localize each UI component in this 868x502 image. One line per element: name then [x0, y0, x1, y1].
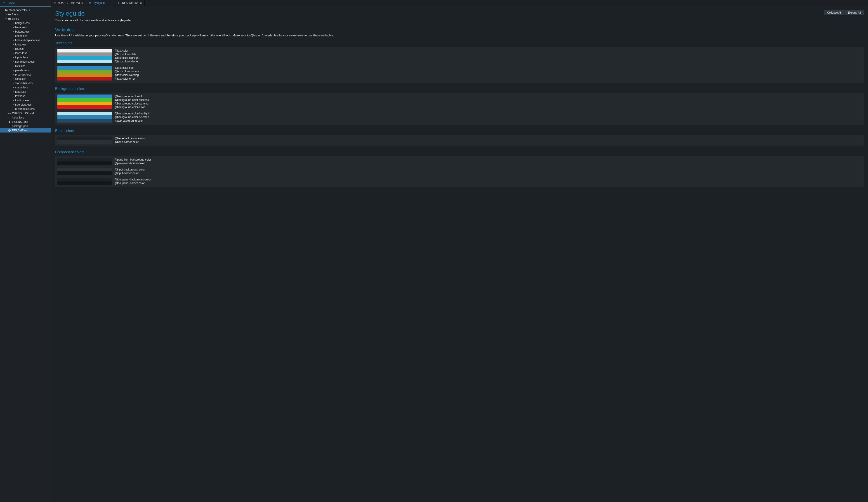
tree-file[interactable]: base.less	[0, 25, 51, 29]
tree-file[interactable]: key-binding.less	[0, 60, 51, 64]
tree-file[interactable]: fonts.less	[0, 42, 51, 47]
swatch-label: @text-color-subtle	[114, 53, 136, 56]
close-icon[interactable]: ×	[111, 1, 113, 5]
chevron-icon	[8, 56, 10, 58]
sidebar-header[interactable]: Project	[0, 0, 51, 7]
collapse-all-button[interactable]: Collapse All	[824, 10, 845, 16]
swatch-block: @base-background-color@base-border-color	[58, 136, 862, 144]
color-swatch	[58, 49, 112, 52]
tab[interactable]: Styleguide×	[86, 0, 115, 6]
info-icon	[118, 2, 121, 4]
tree-item-label: LICENSE.md	[12, 120, 28, 123]
swatch-label: @tool-panel-border-color	[114, 182, 145, 185]
chevron-icon	[8, 99, 10, 101]
file-code-icon	[11, 52, 14, 54]
file-code-icon	[11, 26, 14, 29]
tree-file[interactable]: tooltips.less	[0, 98, 51, 102]
chevron-icon	[8, 35, 10, 37]
tree-file[interactable]: tabs.less	[0, 90, 51, 94]
color-swatch	[58, 52, 112, 56]
tree-file[interactable]: inputs.less	[0, 55, 51, 60]
tree-file[interactable]: CHANGELOG.md	[0, 111, 51, 115]
close-icon[interactable]: ×	[81, 1, 83, 5]
chevron-icon	[5, 116, 7, 119]
color-swatch	[58, 119, 112, 123]
color-panel: @pane-item-background-color@pane-item-bo…	[55, 156, 864, 187]
swatch-row: @base-background-color	[58, 136, 862, 140]
tree-file[interactable]: ui-variables.less	[0, 107, 51, 111]
tree-item-label: index.less	[12, 116, 24, 119]
person-icon	[8, 120, 11, 123]
swatch-label: @background-color-info	[114, 95, 143, 98]
swatch-row: @text-color-info	[58, 66, 862, 70]
tree-file[interactable]: tree-view.less	[0, 102, 51, 107]
color-swatch	[58, 94, 112, 98]
tree-file[interactable]: README.md	[0, 128, 51, 133]
swatch-label: @text-color-highlight	[114, 56, 139, 60]
color-swatch	[58, 56, 112, 60]
swatch-label: @background-color-selected	[114, 115, 149, 119]
chevron-icon	[8, 91, 10, 93]
tree-file[interactable]: icons.less	[0, 51, 51, 55]
tab-bar: CHANGELOG.md×Styleguide×README.md×	[51, 0, 868, 6]
tree-item-label: panels.less	[15, 69, 29, 72]
tree-file[interactable]: buttons.less	[0, 29, 51, 34]
color-swatch	[58, 140, 112, 144]
chevron-icon	[8, 65, 10, 67]
tree-item-label: tooltips.less	[15, 99, 29, 102]
main-area: CHANGELOG.md×Styleguide×README.md× Style…	[51, 0, 868, 502]
tree-item-label: base.less	[15, 26, 27, 29]
chevron-icon	[5, 121, 7, 123]
chevron-icon	[8, 104, 10, 105]
file-code-icon	[11, 86, 14, 89]
tree-file[interactable]: find-and-replace.less	[0, 38, 51, 42]
tree-folder[interactable]: atom-patternfly-ui	[0, 8, 51, 12]
tree-file[interactable]: badges.less	[0, 21, 51, 25]
tree-file[interactable]: panels.less	[0, 68, 51, 72]
tree-file[interactable]: lists.less	[0, 64, 51, 68]
swatch-label: @background-color-error	[114, 105, 145, 109]
tab[interactable]: README.md×	[115, 0, 145, 6]
swatch-row: @input-border-color	[58, 171, 862, 175]
expand-all-button[interactable]: Expand All	[845, 10, 864, 16]
folder-icon	[5, 9, 8, 11]
swatch-block: @background-color-highlight@background-c…	[58, 112, 862, 123]
page-header: Styleguide Collapse All Expand All	[55, 10, 864, 19]
tree-file[interactable]: status.less	[0, 85, 51, 90]
editor-content[interactable]: Styleguide Collapse All Expand All This …	[51, 6, 868, 502]
group-title: Base colors	[55, 129, 864, 133]
collapse-expand-buttons: Collapse All Expand All	[824, 10, 864, 16]
swatch-label: @input-border-color	[114, 172, 138, 175]
tree-file[interactable]: index.less	[0, 115, 51, 120]
tab[interactable]: CHANGELOG.md×	[51, 0, 86, 6]
swatch-label: @base-background-color	[114, 137, 145, 140]
tree-file[interactable]: LICENSE.md	[0, 120, 51, 124]
chevron-icon	[8, 48, 10, 50]
svg-point-1	[9, 121, 10, 122]
file-code-icon	[11, 47, 14, 50]
swatch-row: @background-color-warning	[58, 102, 862, 105]
tree-file[interactable]: sites.less	[0, 76, 51, 81]
page-subtitle: This exercises all UI components and act…	[55, 19, 864, 22]
chevron-icon	[8, 108, 10, 110]
swatch-row: @background-color-selected	[58, 115, 862, 119]
file-code-icon	[11, 107, 14, 110]
tree-file[interactable]: package.json	[0, 124, 51, 128]
tree-folder[interactable]: styles	[0, 17, 51, 21]
color-swatch	[58, 181, 112, 185]
tree-file[interactable]: editor.less	[0, 34, 51, 38]
tab-label: CHANGELOG.md	[58, 2, 80, 5]
tree-folder[interactable]: fonts	[0, 12, 51, 17]
info-icon	[8, 129, 11, 132]
close-icon[interactable]: ×	[140, 1, 142, 5]
tree-file[interactable]: status-bar.less	[0, 81, 51, 85]
tree-file[interactable]: text.less	[0, 94, 51, 98]
chevron-icon	[5, 13, 7, 16]
tree-item-label: status.less	[15, 86, 28, 89]
swatch-block: @background-color-info@background-color-…	[58, 94, 862, 109]
file-code-icon	[11, 103, 14, 106]
tree-file[interactable]: git.less	[0, 47, 51, 51]
file-code-icon	[11, 82, 14, 84]
tree-item-label: styles	[12, 17, 19, 20]
tree-file[interactable]: progress.less	[0, 72, 51, 76]
